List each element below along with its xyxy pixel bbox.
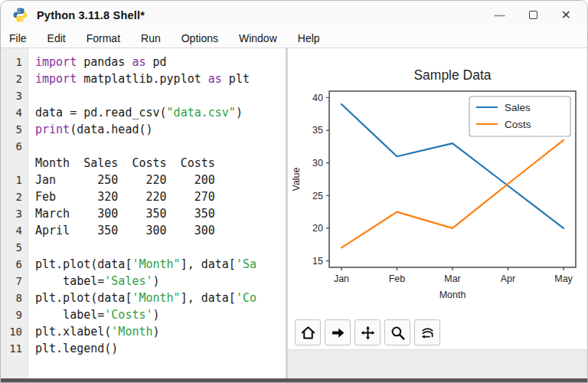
svg-text:Feb: Feb [389,273,406,284]
pane-background [288,349,587,378]
line-text: March 300 350 350 [28,205,215,222]
code-line: 9 label='Costs') [1,306,286,323]
line-number: 5 [1,121,28,138]
menu-file[interactable]: File [9,32,27,44]
menu-window[interactable]: Window [239,32,277,44]
code-line: 4data = pd.read_csv("data.csv") [1,104,286,121]
code-lines: 1import pandas as pd2import matplatlib.p… [1,48,286,357]
save-icon [420,325,436,341]
svg-text:Mar: Mar [444,273,461,284]
save-button[interactable] [414,319,440,345]
code-line: 1Jan 250 220 200 [1,172,286,188]
close-button[interactable]: ✕ [561,9,571,21]
code-line: 3 [1,87,286,104]
legend-label-sales: Sales [505,102,531,113]
svg-text:20: 20 [312,223,323,234]
code-line: 6plt.plot(data['Month"], data['Sa [1,256,286,273]
window-title: Python 3.11.8 Shell* [37,9,145,21]
maximize-button[interactable] [529,11,537,19]
shell-text-area[interactable]: 1import pandas as pd2import matplatlib.p… [1,48,286,378]
line-text [28,87,35,104]
menu-edit[interactable]: Edit [47,32,66,44]
x-axis-label: Month [439,290,466,300]
svg-text:May: May [554,273,573,284]
window-controls: — ✕ [495,9,576,21]
menu-help[interactable]: Help [298,32,320,44]
line-text: import pandas as pd [28,54,167,70]
code-line: 8plt.plot(data['Month"], data['Co [1,290,286,306]
line-number: 2 [1,188,28,205]
y-axis-label: Value [291,167,302,191]
line-number: 6 [1,256,28,273]
code-line: 5 [1,239,286,256]
code-line: 7 tabel='Sales') [1,273,286,290]
line-text: tabel='Sales') [28,273,160,290]
title-bar: Python 3.11.8 Shell* — ✕ [1,1,587,29]
svg-text:Jan: Jan [334,273,349,284]
line-text [28,239,35,256]
figure-pane: Sample DataValueMonth152025303540JanFebM… [288,48,587,378]
x-ticks: JanFebMarAprMay [334,267,573,284]
svg-text:30: 30 [312,158,323,169]
line-text: Feb 320 220 270 [28,188,215,205]
line-number: 6 [1,138,28,155]
line-text: plt.plot(data['Month"], data['Sa [28,256,256,273]
svg-text:15: 15 [312,256,323,267]
minimize-button[interactable]: — [495,10,505,21]
code-line: 2Feb 320 220 270 [1,188,286,205]
line-text: data = pd.read_csv("data.csv") [28,104,243,121]
chart-title: Sample Data [413,67,491,83]
home-button[interactable] [295,319,321,345]
svg-text:40: 40 [312,93,323,103]
legend: SalesCosts [469,97,570,136]
code-line: 11plt.legend() [1,340,286,357]
line-number: 4 [1,222,28,239]
idle-shell-window: Python 3.11.8 Shell* — ✕ File Edit Forma… [0,0,588,383]
menu-options[interactable]: Options [181,32,218,44]
line-text: plt.legend() [28,340,118,357]
svg-text:35: 35 [312,125,323,136]
line-text: plt.plot(data['Month"], data['Co [28,290,256,306]
line-text: import matplatlib.pyplot as plt [28,70,250,87]
line-text [28,138,35,155]
line-number: 7 [1,273,28,290]
code-line: 1import pandas as pd [1,54,286,70]
figure-canvas[interactable]: Sample DataValueMonth152025303540JanFebM… [288,48,587,312]
svg-text:Apr: Apr [501,273,515,284]
line-number: 9 [1,306,28,323]
y-ticks: 152025303540 [312,93,329,267]
window-bottom-edge [1,378,587,382]
code-line: 3March 300 350 350 [1,205,286,222]
line-text: print(data.head() [28,121,153,138]
zoom-button[interactable] [384,319,410,345]
line-number: 8 [1,290,28,306]
line-number: 10 [1,323,28,340]
line-number: 1 [1,54,28,70]
pan-move-icon [360,325,376,341]
forward-arrow-icon [330,325,346,341]
code-line: 5print(data.head() [1,121,286,138]
pan-button[interactable] [354,319,381,345]
line-number: 4 [1,104,28,121]
line-number: 2 [1,70,28,87]
code-line: 10plt.xlabel('Month) [1,323,286,340]
code-line: 2import matplatlib.pyplot as plt [1,70,286,87]
code-line: 6 [1,138,286,155]
home-icon [300,325,316,341]
line-number [1,155,28,172]
line-number: 3 [1,87,28,104]
line-text: plt.xlabel('Month) [28,323,160,340]
line-number: 11 [1,340,28,357]
menu-run[interactable]: Run [141,32,161,44]
python-logo-icon [12,7,28,23]
line-text: April 350 300 300 [28,222,215,239]
code-line: Month Sales Costs Costs [1,155,286,172]
line-number: 5 [1,239,28,256]
magnifier-icon [390,325,406,341]
legend-label-costs: Costs [505,119,531,130]
matplotlib-toolbar [288,315,587,349]
menu-format[interactable]: Format [87,32,120,44]
menu-bar: File Edit Format Run Options Window Help [1,29,587,48]
code-line: 4April 350 300 300 [1,222,286,239]
forward-button[interactable] [325,319,351,345]
